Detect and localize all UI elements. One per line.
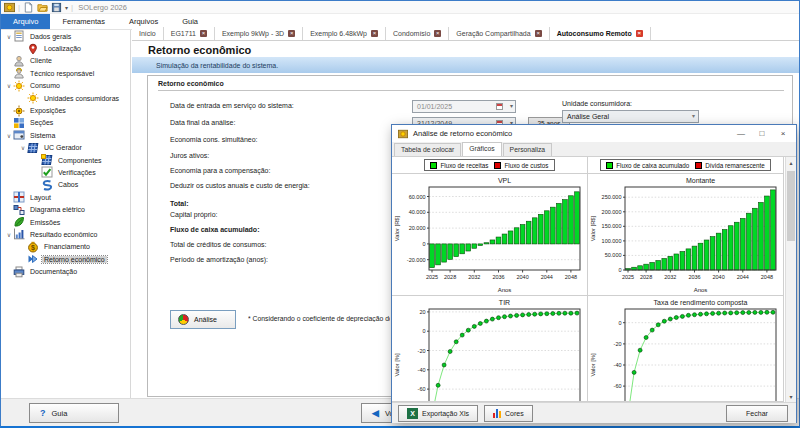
sidebar-item-exposicoes[interactable]: Exposições <box>1 104 130 116</box>
sidebar-item-sistema[interactable]: ∨Sistema <box>1 129 130 141</box>
tab-close-icon[interactable]: × <box>288 30 295 37</box>
chart-legend-cell: Fluxo de caixa acumuladoDívida remanesce… <box>588 157 784 174</box>
tab-label: EG1711 <box>171 30 196 37</box>
legend-swatch-icon <box>494 162 501 169</box>
unidade-consumidora-select[interactable]: Análise Geral ▾ <box>562 110 699 123</box>
sidebar-item-secoes[interactable]: Seções <box>1 117 130 129</box>
tab-close-icon[interactable]: × <box>636 30 643 37</box>
dialog-title: Análise de retorno econômico <box>413 129 728 138</box>
scrollbar-thumb[interactable] <box>787 171 795 241</box>
sidebar-item-resultado-economico[interactable]: ∨Resultado econômico <box>1 228 130 240</box>
app-window: | ▾ | SOLergo 2026 ArquivoFerramentasArq… <box>0 0 800 428</box>
tab-close-icon[interactable]: × <box>535 30 542 37</box>
tab-close-icon[interactable]: × <box>371 30 378 37</box>
depreciation-note: * Considerando o coeficiente de deprecia… <box>248 315 390 322</box>
dialog-scrollbar[interactable]: ▴ ▾ <box>785 157 796 402</box>
tab-geracao-compartilhada[interactable]: Geração Compartilhada× <box>449 27 549 40</box>
sidebar-item-dados-gerais[interactable]: ∨Dados gerais <box>1 30 130 42</box>
sidebar-item-consumo[interactable]: ∨Consumo <box>1 80 130 92</box>
calendar-icon[interactable] <box>496 103 503 110</box>
tab-exemplo-9kwp-3d[interactable]: Exemplo 9kWp - 3D× <box>215 27 303 40</box>
tab-label: Geração Compartilhada <box>456 30 530 37</box>
app-logo-icon <box>4 2 15 13</box>
sidebar-item-label: Consumo <box>28 82 62 89</box>
close-icon[interactable]: × <box>775 129 791 138</box>
sidebar-item-uc-gerador[interactable]: ∨UC Gerador <box>1 142 130 154</box>
exportacao-xls-button[interactable]: X Exportação Xls <box>398 405 478 422</box>
cores-button[interactable]: Cores <box>484 405 533 422</box>
tab-exemplo-6-48kwp[interactable]: Exemplo 6.48kWp× <box>303 27 386 40</box>
field-label-juros-ativos: Juros ativos: <box>170 152 209 159</box>
tree-expander-icon[interactable]: ∨ <box>5 132 13 139</box>
svg-text:-40: -40 <box>614 362 622 368</box>
tab-inicio[interactable]: Início <box>132 27 164 40</box>
tab-eg1711[interactable]: EG1711× <box>164 27 215 40</box>
sidebar-item-tecnico-responsavel[interactable]: Técnico responsável <box>1 67 130 79</box>
dialog-title-bar[interactable]: Análise de retorno econômico — □ × <box>392 125 796 142</box>
date-dropdown-icon[interactable]: ▾ <box>510 102 513 109</box>
svg-text:2044: 2044 <box>541 274 553 280</box>
sidebar-item-componentes[interactable]: Componentes <box>1 154 130 166</box>
tree-expander-icon[interactable]: ∨ <box>5 231 13 238</box>
components-icon <box>41 154 53 166</box>
guia-button[interactable]: ? Guia <box>29 403 119 423</box>
sidebar-item-label: Unidades consumidoras <box>42 95 121 102</box>
tree-expander-icon[interactable]: ∨ <box>5 82 13 89</box>
minimize-icon[interactable]: — <box>733 129 749 138</box>
dialog-tab-personaliza[interactable]: Personaliza <box>503 143 553 156</box>
tab-condomisio[interactable]: Condomísio× <box>386 27 449 40</box>
sidebar-item-documentacao[interactable]: Documentação <box>1 265 130 277</box>
svg-text:Valor [R$]: Valor [R$] <box>394 215 400 241</box>
svg-text:-60: -60 <box>418 386 426 392</box>
new-document-icon[interactable] <box>23 2 34 13</box>
scroll-up-icon[interactable]: ▴ <box>786 159 796 166</box>
page-subtitle: Simulação da rentabilidade do sistema. <box>132 62 278 69</box>
svg-text:Valor [%]: Valor [%] <box>590 353 596 376</box>
menu-ferramentas[interactable]: Ferramentas <box>50 14 117 29</box>
svg-text:2028: 2028 <box>444 274 456 280</box>
sidebar-item-cliente[interactable]: Cliente <box>1 55 130 67</box>
sidebar-item-retorno-economico[interactable]: Retorno econômico <box>1 253 130 265</box>
sidebar-item-verificacoes[interactable]: Verificações <box>1 166 130 178</box>
legend-item-fluxo-de-receitas: Fluxo de receitas <box>430 162 488 169</box>
guia-button-label: Guia <box>52 409 68 418</box>
sidebar-item-label: Emissões <box>28 219 62 226</box>
sidebar-item-emissoes[interactable]: Emissões <box>1 216 130 228</box>
sidebar-item-localizacao[interactable]: Localização <box>1 42 130 54</box>
tab-label: Início <box>139 30 156 37</box>
svg-text:2040: 2040 <box>712 274 724 280</box>
field-label-periodo-de-amortizacao-anos: Período de amortização (anos): <box>170 256 268 263</box>
check-icon <box>41 166 53 178</box>
tree-expander-icon[interactable]: ∨ <box>19 144 27 151</box>
sidebar-item-financiamento[interactable]: $Financiamento <box>1 241 130 253</box>
sun-icon <box>13 105 25 117</box>
tab-close-icon[interactable]: × <box>434 30 441 37</box>
sidebar-item-diagrama-eletrico[interactable]: Diagrama elétrico <box>1 203 130 215</box>
svg-text:2040: 2040 <box>516 274 528 280</box>
sidebar-item-unidades-consumidoras[interactable]: Unidades consumidoras <box>1 92 130 104</box>
tab-autoconsumo-remoto[interactable]: Autoconsumo Remoto× <box>550 27 651 40</box>
sidebar-item-layout[interactable]: Layout <box>1 191 130 203</box>
separator: | <box>71 3 73 12</box>
chart-legend: Fluxo de receitasFluxo de custos <box>424 159 554 171</box>
sidebar-item-cabos[interactable]: Cabos <box>1 179 130 191</box>
menu-arquivo[interactable]: Arquivo <box>1 14 50 29</box>
chart-taxa-de-rendimento-composta: Taxa de rendimento composta0-20-40-60-80… <box>588 296 784 402</box>
dialog-tab-tabela-de-colocar[interactable]: Tabela de colocar <box>394 143 461 156</box>
analise-button[interactable]: Análise <box>170 310 236 329</box>
scroll-down-icon[interactable]: ▾ <box>786 393 796 400</box>
save-icon[interactable] <box>51 2 62 13</box>
field-label-data-de-entrada-em-servico-do-sistema: Data de entrada em serviço do sistema: <box>170 102 294 109</box>
field-label-fluxo-de-caixa-acumulado: Fluxo de caixa acumulado: <box>170 226 259 233</box>
maximize-icon[interactable]: □ <box>754 129 770 138</box>
tree-expander-icon[interactable]: ∨ <box>5 33 13 40</box>
legend-item-fluxo-de-caixa-acumulado: Fluxo de caixa acumulado <box>606 162 689 169</box>
svg-text:0: 0 <box>422 328 425 334</box>
open-folder-icon[interactable] <box>37 2 48 13</box>
tab-close-icon[interactable]: × <box>200 30 207 37</box>
title-bar: | ▾ | SOLergo 2026 <box>1 1 799 14</box>
fechar-button[interactable]: Fechar <box>726 405 788 422</box>
document-tabs: InícioEG1711×Exemplo 9kWp - 3D×Exemplo 6… <box>132 27 799 41</box>
toolbar-dropdown-arrow-icon[interactable]: ▾ <box>65 4 68 11</box>
dialog-tab-graficos[interactable]: Gráficos <box>462 142 501 156</box>
